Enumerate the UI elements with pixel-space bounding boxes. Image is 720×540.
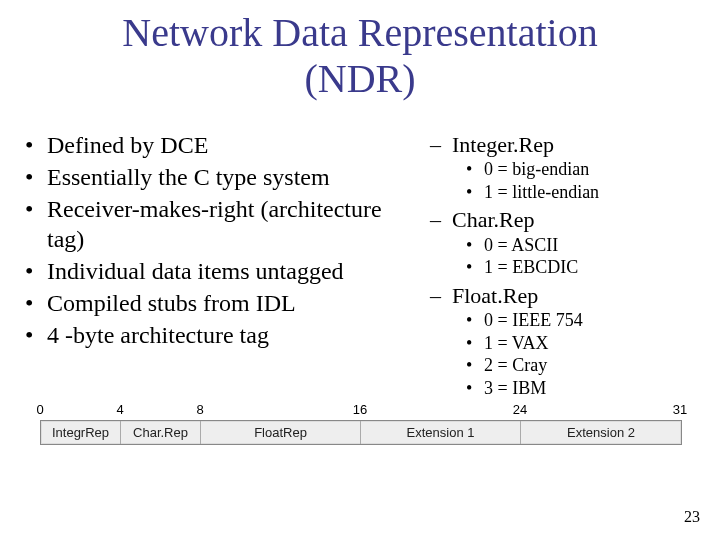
list-item: –Float.Rep (430, 283, 700, 309)
field-cell: FloatRep (201, 421, 361, 444)
slide-title: Network Data Representation (NDR) (0, 10, 720, 102)
field-cell: Extension 1 (361, 421, 521, 444)
bullet-icon: • (25, 256, 47, 286)
slide: Network Data Representation (NDR) •Defin… (0, 0, 720, 540)
architecture-tag-diagram: 0 4 8 16 24 31 IntegrRep Char.Rep FloatR… (40, 402, 680, 445)
bullet-icon: • (25, 162, 47, 192)
list-item: •Individual data items untagged (25, 256, 395, 286)
sub-text: 1 = VAX (484, 332, 549, 355)
sub-label: Float.Rep (452, 283, 538, 309)
bullet-text: Defined by DCE (47, 130, 208, 160)
list-item: •Defined by DCE (25, 130, 395, 160)
sub-text: 0 = big-endian (484, 158, 589, 181)
list-item: –Integer.Rep (430, 132, 700, 158)
sub-label: Integer.Rep (452, 132, 554, 158)
tick-label: 4 (116, 402, 123, 417)
dash-icon: – (430, 132, 452, 158)
bullet-icon: • (466, 234, 484, 257)
list-item: •3 = IBM (466, 377, 700, 400)
list-item: •2 = Cray (466, 354, 700, 377)
page-number: 23 (684, 508, 700, 526)
list-item: •Compiled stubs from IDL (25, 288, 395, 318)
bullet-icon: • (466, 309, 484, 332)
bullet-icon: • (25, 320, 47, 350)
bullet-icon: • (466, 332, 484, 355)
sub-text: 0 = IEEE 754 (484, 309, 583, 332)
bullet-icon: • (25, 288, 47, 318)
list-item: •1 = VAX (466, 332, 700, 355)
list-item: •0 = big-endian (466, 158, 700, 181)
list-item: •1 = EBCDIC (466, 256, 700, 279)
left-column: •Defined by DCE •Essentially the C type … (25, 130, 395, 352)
list-item: •1 = little-endian (466, 181, 700, 204)
tick-label: 0 (36, 402, 43, 417)
bullet-text: Compiled stubs from IDL (47, 288, 296, 318)
bullet-icon: • (25, 194, 47, 254)
dash-icon: – (430, 207, 452, 233)
bullet-icon: • (466, 158, 484, 181)
list-item: •Receiver-makes-right (architecture tag) (25, 194, 395, 254)
title-line-1: Network Data Representation (122, 10, 597, 55)
bullet-text: Essentially the C type system (47, 162, 330, 192)
tick-label: 8 (196, 402, 203, 417)
field-cell: IntegrRep (41, 421, 121, 444)
bullet-text: Receiver-makes-right (architecture tag) (47, 194, 395, 254)
sub-label: Char.Rep (452, 207, 535, 233)
field-cell: Char.Rep (121, 421, 201, 444)
sub-text: 1 = EBCDIC (484, 256, 578, 279)
bullet-icon: • (466, 181, 484, 204)
sub-text: 1 = little-endian (484, 181, 599, 204)
tick-label: 16 (353, 402, 367, 417)
field-cell: Extension 2 (521, 421, 681, 444)
tick-label: 24 (513, 402, 527, 417)
bullet-icon: • (25, 130, 47, 160)
list-item: •4 -byte architecture tag (25, 320, 395, 350)
bit-ruler: 0 4 8 16 24 31 (40, 402, 680, 420)
title-line-2: (NDR) (304, 56, 415, 101)
field-bar: IntegrRep Char.Rep FloatRep Extension 1 … (40, 420, 682, 445)
bullet-icon: • (466, 354, 484, 377)
sub-text: 2 = Cray (484, 354, 547, 377)
list-item: •0 = ASCII (466, 234, 700, 257)
list-item: –Char.Rep (430, 207, 700, 233)
bullet-icon: • (466, 377, 484, 400)
sub-text: 3 = IBM (484, 377, 546, 400)
right-column: –Integer.Rep •0 = big-endian •1 = little… (430, 128, 700, 399)
tick-label: 31 (673, 402, 687, 417)
bullet-text: Individual data items untagged (47, 256, 344, 286)
dash-icon: – (430, 283, 452, 309)
bullet-icon: • (466, 256, 484, 279)
sub-text: 0 = ASCII (484, 234, 558, 257)
list-item: •0 = IEEE 754 (466, 309, 700, 332)
list-item: •Essentially the C type system (25, 162, 395, 192)
bullet-text: 4 -byte architecture tag (47, 320, 269, 350)
